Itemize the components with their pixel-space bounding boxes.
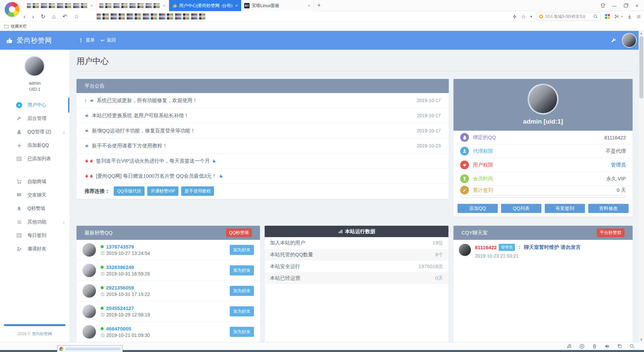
minimize-button[interactable]: — [608,0,620,11]
sidebar-item[interactable]: ▾ 自助商城 ‹ [0,175,69,188]
title-divider [76,71,632,72]
recommended-link-button[interactable]: 新手使用教程 [181,186,214,196]
add-friend-button[interactable]: 加为好友 [230,306,254,316]
latest-qq-panel: 最新秒赞QQ QQ秒赞墙 1378743579 2019-10-27 13:24… [76,226,260,342]
sidebar-item-label: 邀请好友 [28,246,46,252]
sidebar-item[interactable]: ▾ Q秒赞墙 ‹ [0,202,69,215]
qq-number[interactable]: 466470005 [106,326,131,332]
sidebar-item[interactable]: ▾ 每日签到 ‹ [0,229,69,242]
user-card-action-button[interactable]: 添加QQ [458,204,498,213]
download-icon[interactable] [627,14,632,19]
scroll-up-icon[interactable]: ▲ [639,32,644,35]
taskbar-window-preview[interactable] [57,345,123,352]
online-dot-icon [101,307,104,310]
close-button[interactable]: × [631,0,643,11]
boost-rocket-icon[interactable] [567,344,572,349]
browser-tab[interactable]: BT × [97,0,169,11]
qq-avatar[interactable] [83,305,96,318]
announcement-row[interactable]: ↑ 新增QQ运动打卡功能，修复百度登录等功能！ 2019-10-17 [76,123,449,138]
favorites-bar[interactable]: 收藏夹栏 [0,22,644,31]
qq-number[interactable]: 1378743579 [106,244,134,250]
home-icon[interactable]: ⌂ [52,14,56,19]
sidebar-item[interactable]: ▾ QQ管理 (2) ‹ [0,125,69,139]
trash-icon[interactable] [592,344,597,349]
announcement-row[interactable]: ↑ 本站已经更换系统 老用户可联系站长补偿！ 2019-10-17 [76,108,449,123]
sidebar-item[interactable]: ▾ 后台管理 ‹ [0,112,69,125]
browser-tab[interactable]: BT 宝塔Linux面板 × [241,0,314,11]
dropdown-chevron-icon[interactable]: ▾ [530,14,532,19]
user-card-action-button[interactable]: QQ列表 [501,204,541,213]
recommended-link-button[interactable]: 开通秒赞VIP [147,186,178,196]
browser-tab[interactable]: BT × [24,0,97,11]
chat-room-header: CQY聊天室 平台秒赞群 [453,226,633,240]
qq-avatar[interactable] [83,284,96,298]
back-icon[interactable]: ‹ [23,14,25,19]
new-tab-button[interactable]: + [314,0,324,11]
lightning-icon[interactable] [513,14,517,19]
page-zoom-magnifier-icon[interactable] [630,344,635,349]
scrollbar-thumb[interactable] [639,36,643,98]
sidebar-avatar[interactable] [24,56,45,77]
qq-avatar[interactable] [83,325,96,339]
sidebar-item[interactable]: ▾ 交友聊天 ‹ [0,188,69,202]
back-button[interactable]: ↩ 返回 [101,31,116,50]
undo-icon[interactable]: ↶ [62,14,67,19]
scissors-dropdown-icon[interactable]: ▾ [621,15,623,18]
recommended-link-button[interactable]: QQ等级代挂 [114,186,145,196]
announcement-row[interactable]: ↑ 系统已完成更新，所有功能修复，欢迎使用！ 2019-10-17 [76,93,449,108]
announcement-row[interactable]: ↑ [爱尚QQ网] 每日赠送1000万名片赞 QQ会员最低3元！ [76,169,449,184]
windows-restore-icon[interactable] [617,344,622,349]
chat-avatar[interactable] [459,244,471,256]
forward-icon[interactable]: › [32,14,34,19]
add-friend-button[interactable]: 加为好友 [230,286,254,296]
screenshot-scissors-icon[interactable] [614,14,620,19]
settings-wrench-icon[interactable] [611,38,616,43]
qq-number[interactable]: 2045524127 [106,305,134,311]
app-grid-icon[interactable] [605,14,610,19]
sidebar-item[interactable]: ▾ 已添加列表 ‹ [0,152,69,166]
user-card-avatar[interactable] [528,84,558,115]
speaker-icon[interactable] [604,344,610,349]
sidebar-item[interactable]: ▾ 用户中心 ‹ [0,98,69,112]
star-collect-icon[interactable]: ☆ [521,13,526,20]
browser-tab[interactable]: BT 用户中心|爱尚秒赞网 -分布式秒 × [169,0,241,11]
tab-close-icon[interactable]: × [307,3,311,8]
refresh-icon[interactable]: ↻ [41,14,45,19]
tab-close-icon[interactable]: × [234,3,238,8]
header-avatar[interactable] [622,33,637,48]
qq-avatar[interactable] [83,264,96,277]
sidebar-item[interactable]: ▾ 其他功能 ‹ [0,215,69,229]
site-brand[interactable]: 爱尚秒赞网 [17,36,52,45]
theme-shirt-icon[interactable] [597,0,608,11]
qq-number[interactable]: 3328386249 [106,264,134,270]
chat-username[interactable]: 81116422 [475,245,497,250]
announcement-row[interactable]: ↑ 新手不会使用请看下方使用教程！ 2019-10-23 [76,138,449,153]
compatibility-icon[interactable] [579,344,585,349]
sidebar-item[interactable]: ▾ 邀请好友 ‹ [0,242,69,256]
user-card-action-button[interactable]: 有奖签到 [545,204,585,213]
search-box[interactable]: 10人曼城3-0距榜首3分 [536,12,601,20]
user-card-action-button[interactable]: 资料修改 [588,204,629,213]
tab-close-icon[interactable]: × [162,3,166,8]
browser-logo-icon[interactable] [5,2,19,17]
qq-time: 2019-10-29 12:59:19 [106,312,150,317]
scroll-down-icon[interactable]: ▼ [639,338,644,341]
sidebar-item[interactable]: ▾ 添加新QQ ‹ [0,139,69,152]
platform-group-badge[interactable]: 平台秒赞群 [597,228,625,237]
menu-hamburger-icon[interactable] [636,14,641,19]
page-scrollbar[interactable]: ▲ ▼ [639,31,644,342]
qq-wall-badge[interactable]: QQ秒赞墙 [226,228,252,237]
menu-button[interactable]: ⋮ 菜单 [78,31,95,50]
add-friend-button[interactable]: 加为好友 [230,265,254,275]
qq-list-item: 2921356059 2019-10-31 17:15:22 加为好友 [76,281,260,301]
favorite-star-icon[interactable]: ☆ [74,14,79,19]
search-magnifier-icon[interactable] [593,14,598,19]
announcement-row[interactable]: ↑ 签到送平台VIP活动火热进行中，每天首签送一个月 [76,153,449,169]
qq-avatar[interactable] [83,243,96,257]
add-friend-button[interactable]: 加为好友 [230,245,254,255]
add-friend-button[interactable]: 加为好友 [230,327,254,337]
qq-number[interactable]: 2921356059 [106,285,134,291]
tab-close-icon[interactable]: × [90,3,94,8]
maximize-button[interactable] [620,0,631,11]
footer-brand-link[interactable]: 爱尚秒赞网 [32,332,52,336]
